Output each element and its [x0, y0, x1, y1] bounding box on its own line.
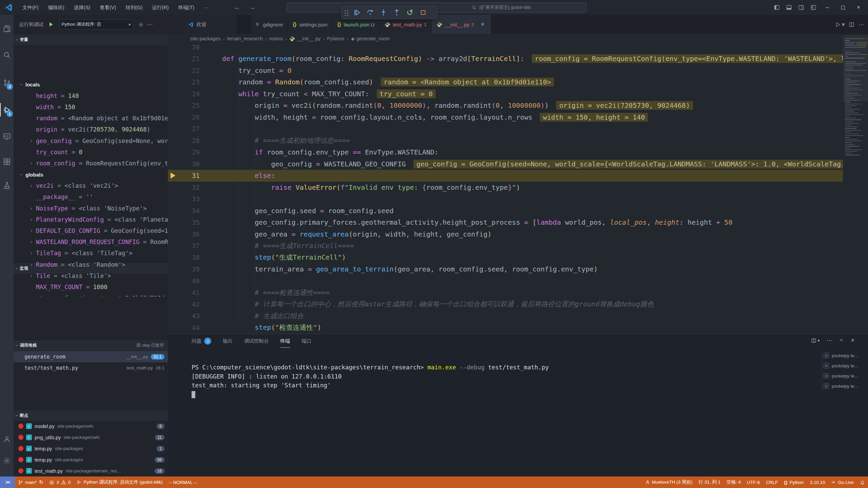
variable-PlanetaryWindConfig[interactable]: › PlanetaryWindConfig = <class 'Planeta… — [14, 214, 168, 225]
code-line-33[interactable]: 33 — [168, 193, 868, 205]
scope-locals[interactable]: ›locals — [14, 79, 168, 90]
line-number[interactable]: 39 — [168, 265, 209, 273]
activity-search-icon[interactable] — [0, 47, 14, 62]
line-number[interactable]: 23 — [168, 78, 209, 86]
code-line-39[interactable]: 39 terrain_area = geo_area_to_terrain(ge… — [168, 263, 868, 275]
terminal-cursor-line[interactable] — [192, 391, 821, 400]
debug-restart-button[interactable]: ↺ — [405, 7, 415, 18]
code-line-38[interactable]: 38 step("生成TerrainCell") — [168, 252, 868, 264]
line-number[interactable]: 35 — [168, 219, 209, 226]
eol[interactable]: CRLF — [763, 476, 781, 488]
terminal-list-item-2[interactable]: >pocketpy te… — [823, 371, 867, 381]
variable-TileTag[interactable]: › TileTag = <class 'TileTag'> — [14, 248, 168, 259]
code-line-32[interactable]: 32 raise ValueError(f"Invalid env type: … — [168, 182, 868, 194]
menu-查看(V)[interactable]: 查看(V) — [95, 2, 121, 13]
window-close-button[interactable]: × — [852, 0, 865, 15]
variable-geo_config[interactable]: › geo_config = GeoConfig(seed=None, wor… — [14, 135, 168, 146]
breakpoint-checkbox[interactable]: ✓ — [26, 434, 32, 440]
code-line-43[interactable]: 43 # 生成出口组合 — [168, 310, 868, 322]
breakpoint-test_math.py-16[interactable]: ✓test_math.pysite-packages\terrain_res…1… — [14, 465, 168, 476]
code-line-30[interactable]: 30 geo_config = WASTELAND_GEO_CONFIGgeo_… — [168, 158, 868, 170]
debug-stop-button[interactable] — [418, 7, 429, 18]
variable-width[interactable]: width = 150 — [14, 101, 168, 113]
line-number[interactable]: 22 — [168, 67, 209, 74]
breakpoint-checkbox[interactable]: ✓ — [26, 423, 32, 429]
menu-···[interactable]: ··· — [199, 2, 214, 13]
panel-close-icon[interactable]: × — [851, 337, 854, 344]
breadcrumb-item-Pylance[interactable]: Pylance — [327, 36, 344, 41]
line-number[interactable]: 27 — [168, 125, 209, 133]
code-line-44[interactable]: 44 step("检查连通性") — [168, 322, 868, 334]
variable-NoiseType[interactable]: › NoiseType = <class 'NoiseType'> — [14, 203, 168, 214]
stack-frame-generate_room[interactable]: generate_room__init__.py31:1 — [14, 351, 168, 362]
panel-tab-调试控制台[interactable]: 调试控制台 — [244, 338, 269, 348]
window-minimize-button[interactable]: – — [821, 0, 834, 15]
code-line-29[interactable]: 29 if room_config.env_type == EnvType.WA… — [168, 146, 868, 158]
line-number[interactable]: 42 — [168, 301, 209, 308]
breakpoint-checkbox[interactable]: ✓ — [26, 468, 32, 474]
line-number[interactable]: 25 — [168, 102, 209, 109]
toggle-sidebar-icon[interactable] — [772, 3, 782, 12]
problems[interactable]: 30 — [46, 476, 74, 488]
breakpoint-checkbox[interactable]: ✓ — [26, 446, 32, 451]
line-number[interactable]: 28 — [168, 137, 209, 144]
code-line-28[interactable]: 28 # ====生成初始地理信息==== — [168, 135, 868, 147]
variable-DEFAULT_GEO_CONFIG[interactable]: › DEFAULT_GEO_CONFIG = GeoConfig(seed=1… — [14, 225, 168, 236]
breadcrumb-item-generate_room[interactable]: ◈ generate_room — [351, 36, 390, 41]
activity-explorer-icon[interactable] — [0, 21, 14, 36]
variable-__package__[interactable]: __package__ = '' — [14, 191, 168, 203]
minimap[interactable] — [843, 34, 868, 334]
terminal-list-item-0[interactable]: >pocketpy te… — [823, 350, 867, 361]
terminal-split-icon[interactable]: ▾ — [811, 338, 820, 343]
panel-tab-输出[interactable]: 输出 — [223, 338, 233, 348]
menu-运行(R)[interactable]: 运行(R) — [147, 2, 173, 13]
code-line-24[interactable]: 24 while try_count < MAX_TRY_COUNT:try_c… — [168, 88, 868, 100]
debug-continue-button[interactable] — [352, 7, 362, 18]
variable-MAX_TRY_COUNT[interactable]: MAX_TRY_COUNT = 1000 — [14, 281, 168, 292]
code-line-27[interactable]: 27 — [168, 123, 868, 135]
nav-back-button[interactable]: ← — [234, 4, 240, 11]
debug-status[interactable]: Python 调试程序: 启动文件 (godot-ldtk) — [74, 476, 165, 488]
tab-settings.json[interactable]: {}settings.json — [288, 15, 332, 34]
python-version[interactable]: 3.10.10 — [807, 476, 828, 488]
line-number[interactable]: 26 — [168, 114, 209, 121]
code-line-41[interactable]: 41 # ====检查连通性==== — [168, 287, 868, 299]
variable-origin[interactable]: origin = vec2i(7205730, 9024468) — [14, 124, 168, 135]
variable-random[interactable]: random = <Random object at 0x1bf9d01e… — [14, 113, 168, 124]
breadcrumb-item-__init__.py[interactable]: __init__.py — [289, 36, 320, 42]
customize-layout-icon[interactable] — [808, 3, 818, 12]
tab-__init__.py[interactable]: __init__.py2× — [432, 15, 491, 34]
line-number[interactable]: 21 — [168, 55, 209, 62]
vim-mode[interactable]: -- NORMAL -- — [166, 476, 200, 488]
nav-forward-button[interactable]: → — [249, 4, 256, 11]
activity-remote-explorer-icon[interactable] — [0, 129, 14, 144]
code-line-36[interactable]: 36 geo_area = request_area(origin, width… — [168, 228, 868, 240]
code-line-42[interactable]: 42 # 计算每一个出口的中心，然后使用astar生成路径，确保每一个出口组合都… — [168, 299, 868, 310]
variable-room_config[interactable]: › room_config = RoomRequestConfig(env_t… — [14, 158, 168, 169]
variable-Random[interactable]: › Random = <class 'Random'> — [14, 259, 168, 270]
notifications-bell[interactable] — [857, 476, 868, 488]
terminal-list-item-3[interactable]: >pocketpy te… — [823, 381, 867, 391]
split-editor-icon[interactable] — [847, 20, 856, 29]
line-number[interactable]: 40 — [168, 277, 209, 285]
menu-转到(G)[interactable]: 转到(G) — [121, 2, 147, 13]
go-live[interactable]: Go Live — [828, 476, 857, 488]
toggle-secondary-sidebar-icon[interactable] — [796, 3, 806, 12]
breakpoint-checkbox[interactable]: ✓ — [26, 457, 32, 463]
line-number[interactable]: 44 — [168, 324, 209, 331]
editor-more-actions-icon[interactable]: ⋯ — [857, 20, 866, 29]
menu-文件(F)[interactable]: 文件(F) — [18, 2, 43, 13]
debug-config-select[interactable]: Python 调试程序: 启▾ — [59, 19, 133, 29]
line-number[interactable]: 33 — [168, 195, 209, 203]
code-line-23[interactable]: 23 random = Random(room_config.seed)rand… — [168, 76, 868, 88]
debug-more-actions-icon[interactable]: ⋯ — [145, 20, 154, 29]
code-line-22[interactable]: 22 try_count = 0 — [168, 65, 868, 77]
tab-close-icon[interactable]: × — [479, 21, 486, 28]
breadcrumb-item-terrain_research[interactable]: terrain_research — [227, 36, 263, 41]
git-branch[interactable]: main*↻ — [15, 476, 46, 488]
run-dropdown-icon[interactable]: ▾ — [841, 20, 846, 29]
panel-tab-终端[interactable]: 终端 — [280, 338, 290, 348]
menu-终端(T)[interactable]: 终端(T) — [174, 2, 199, 13]
line-number[interactable]: 34 — [168, 207, 209, 215]
line-number[interactable]: 24 — [168, 90, 209, 98]
